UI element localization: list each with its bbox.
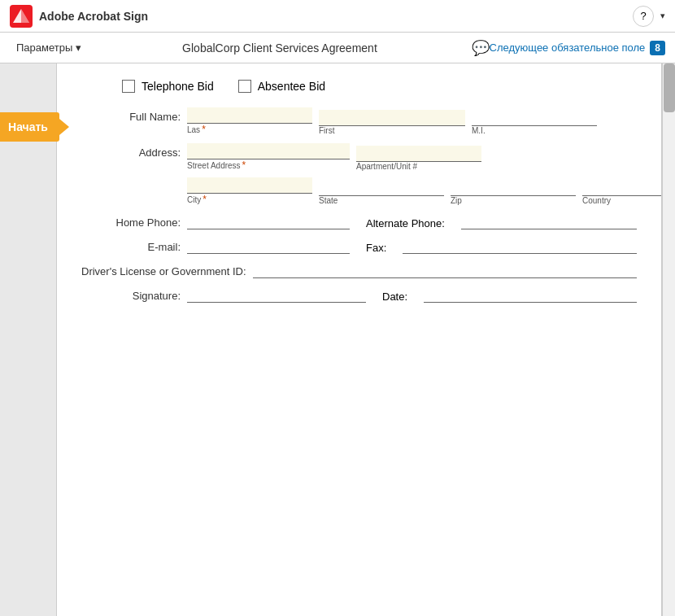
email-label: E-mail: <box>81 238 187 253</box>
home-phone-input[interactable] <box>187 213 350 229</box>
scrollbar[interactable] <box>662 63 675 616</box>
city-input[interactable] <box>187 177 312 194</box>
signature-row: Signature: Date: <box>81 286 637 303</box>
telephone-bid-label: Telephone Bid <box>142 80 214 93</box>
document-title: GlobalCorp Client Services Agreement <box>88 42 471 55</box>
telephone-bid-option[interactable]: Telephone Bid <box>122 80 214 93</box>
drivers-license-input[interactable] <box>253 262 637 278</box>
address-fields: Street Address* Apartment/Unit # City* <box>187 143 662 205</box>
telephone-bid-checkbox[interactable] <box>122 80 135 93</box>
left-sidebar: Начать <box>0 63 57 616</box>
address-row: Address: Street Address* Apartment/Unit … <box>81 143 637 205</box>
mi-field-group: M.I. <box>472 110 597 135</box>
sub-bar: Параметры ▾ GlobalCorp Client Services A… <box>0 33 675 63</box>
params-button[interactable]: Параметры ▾ <box>10 38 88 57</box>
first-name-field-group: First <box>319 110 465 135</box>
country-label: Country <box>582 196 662 205</box>
email-row: E-mail: Fax: <box>81 238 637 254</box>
fax-input[interactable] <box>403 238 637 254</box>
scrollbar-thumb[interactable] <box>664 63 675 112</box>
alternate-phone-input[interactable] <box>461 213 637 229</box>
full-name-row: Full Name: Las* First M.I. <box>81 107 637 135</box>
help-dropdown-button[interactable]: ▾ <box>660 11 665 21</box>
last-name-input[interactable] <box>187 107 312 124</box>
drivers-license-label: Driver's License or Government ID: <box>81 262 253 277</box>
zip-label: Zip <box>451 196 576 205</box>
help-icon: ? <box>640 10 646 22</box>
last-name-field-group: Las* <box>187 107 312 135</box>
adobe-logo-icon <box>10 5 33 28</box>
main-container: Начать Telephone Bid Absentee Bid Full N… <box>0 63 675 616</box>
mi-label: M.I. <box>472 126 597 135</box>
state-field-group: State <box>319 180 444 205</box>
state-input[interactable] <box>319 180 444 196</box>
start-button[interactable]: Начать <box>0 112 59 142</box>
app-title: Adobe Acrobat Sign <box>39 10 148 23</box>
date-input[interactable] <box>424 286 637 303</box>
absentee-bid-checkbox[interactable] <box>238 80 251 93</box>
apt-field-group: Apartment/Unit # <box>356 146 481 171</box>
form-section: Full Name: Las* First M.I. <box>73 107 645 303</box>
home-phone-label: Home Phone: <box>81 213 187 229</box>
apt-label: Apartment/Unit # <box>356 162 481 171</box>
phone-row: Home Phone: Alternate Phone: <box>81 213 637 229</box>
params-label: Параметры <box>16 42 72 54</box>
absentee-bid-label: Absentee Bid <box>258 80 325 93</box>
apt-input[interactable] <box>356 146 481 162</box>
chat-icon[interactable]: 💬 <box>472 39 490 57</box>
mi-input[interactable] <box>472 110 597 126</box>
alternate-phone-label: Alternate Phone: <box>366 217 445 229</box>
date-label: Date: <box>382 291 407 303</box>
next-field-count: 8 <box>650 41 665 55</box>
email-input[interactable] <box>187 238 350 254</box>
city-field-group: City* <box>187 177 312 205</box>
next-field-label: Следующее обязательное поле <box>490 42 646 54</box>
zip-field-group: Zip <box>451 180 576 205</box>
state-label: State <box>319 196 444 205</box>
signature-input[interactable] <box>187 286 366 303</box>
country-input[interactable] <box>582 180 662 196</box>
document-area: Telephone Bid Absentee Bid Full Name: La… <box>57 63 662 616</box>
chevron-down-icon: ▾ <box>660 11 665 20</box>
top-bar: Adobe Acrobat Sign ? ▾ <box>0 0 675 33</box>
signature-label: Signature: <box>81 286 187 302</box>
next-required-field-button[interactable]: Следующее обязательное поле 8 <box>490 41 665 55</box>
params-chevron-icon: ▾ <box>76 42 81 54</box>
street-field-group: Street Address* <box>187 143 350 171</box>
absentee-bid-option[interactable]: Absentee Bid <box>238 80 325 93</box>
first-name-input[interactable] <box>319 110 465 126</box>
app-logo: Adobe Acrobat Sign <box>10 5 148 28</box>
fax-label: Fax: <box>366 242 386 254</box>
first-label: First <box>319 126 465 135</box>
drivers-license-row: Driver's License or Government ID: <box>81 262 637 278</box>
country-field-group: Country <box>582 180 662 205</box>
top-bar-right: ? ▾ <box>633 6 665 27</box>
full-name-fields: Las* First M.I. <box>187 107 637 135</box>
zip-input[interactable] <box>451 180 576 196</box>
bid-options: Telephone Bid Absentee Bid <box>122 80 645 93</box>
street-input[interactable] <box>187 143 350 159</box>
full-name-label: Full Name: <box>81 107 187 123</box>
help-button[interactable]: ? <box>633 6 654 27</box>
address-label: Address: <box>81 143 187 159</box>
